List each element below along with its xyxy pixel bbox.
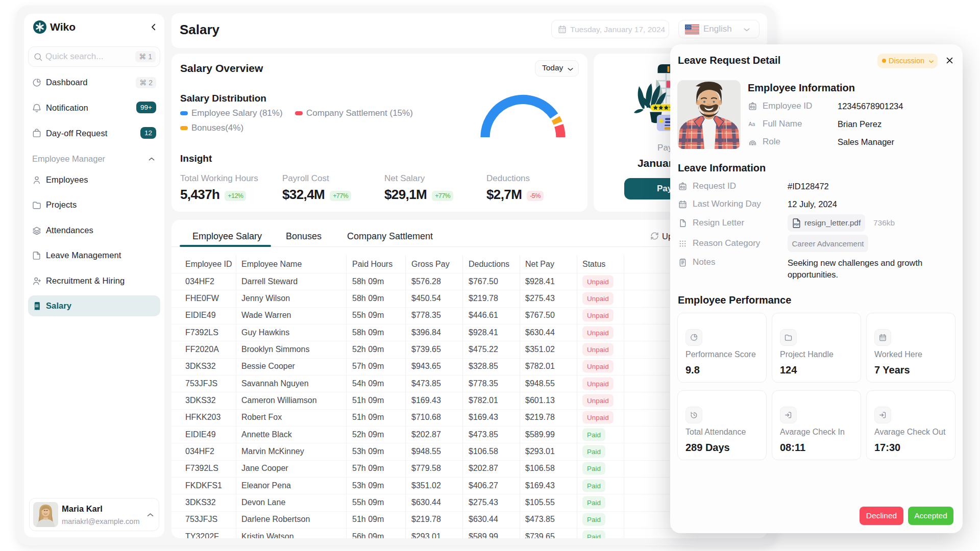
svg-text:PDF: PDF <box>794 223 799 226</box>
svg-text:Aa: Aa <box>749 121 755 127</box>
